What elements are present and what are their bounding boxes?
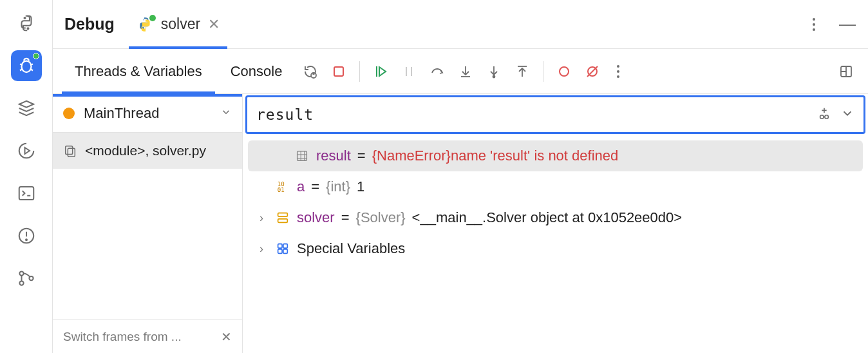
toolbar-more-icon[interactable] bbox=[612, 65, 625, 78]
rail-debug-icon[interactable] bbox=[11, 50, 42, 81]
variable-value: 1 bbox=[357, 178, 364, 195]
variable-name: solver bbox=[297, 209, 335, 226]
svg-rect-3 bbox=[19, 187, 33, 200]
svg-rect-23 bbox=[278, 219, 288, 223]
rail-layers-icon[interactable] bbox=[11, 93, 42, 124]
expand-toggle-icon[interactable]: › bbox=[254, 211, 269, 225]
variable-value: {NameError}name 'result' is not defined bbox=[372, 148, 619, 164]
variable-row[interactable]: ›Special Variables bbox=[248, 233, 863, 264]
main-panel: Debug solver ✕ — Threads & Variables Con… bbox=[53, 0, 868, 353]
svg-rect-15 bbox=[66, 146, 73, 155]
svg-point-12 bbox=[560, 67, 569, 76]
step-over-icon[interactable] bbox=[424, 59, 450, 84]
tab-threads-variables[interactable]: Threads & Variables bbox=[62, 49, 215, 93]
thread-name: MainThread bbox=[84, 105, 159, 122]
svg-rect-19 bbox=[297, 151, 307, 161]
svg-rect-27 bbox=[283, 249, 287, 253]
close-tab-icon[interactable]: ✕ bbox=[208, 16, 220, 33]
step-into-icon[interactable] bbox=[453, 59, 478, 84]
run-config-tab[interactable]: solver ✕ bbox=[133, 0, 223, 48]
quad-icon bbox=[275, 241, 290, 256]
rail-run-icon[interactable] bbox=[11, 135, 42, 166]
python-file-icon bbox=[137, 16, 153, 33]
frames-footer[interactable]: Switch frames from ... ✕ bbox=[53, 320, 242, 353]
step-out-icon[interactable] bbox=[509, 59, 535, 84]
add-watch-icon[interactable] bbox=[817, 106, 831, 124]
stack-frame-label: <module>, solver.py bbox=[85, 143, 206, 158]
variable-type: {Solver} bbox=[356, 209, 406, 226]
variable-name: result bbox=[316, 148, 351, 164]
chevron-down-icon bbox=[220, 105, 232, 122]
svg-point-1 bbox=[27, 28, 28, 29]
resume-icon[interactable] bbox=[368, 59, 393, 84]
frames-panel: MainThread <module>, solver.py Switch fr… bbox=[53, 94, 243, 353]
svg-point-5 bbox=[26, 239, 27, 240]
panel-options-icon[interactable] bbox=[807, 18, 820, 31]
rerun-icon[interactable] bbox=[297, 59, 323, 84]
evaluate-expression-input[interactable] bbox=[256, 106, 809, 123]
bits-icon: 1001 bbox=[275, 179, 290, 195]
svg-point-0 bbox=[24, 17, 25, 19]
svg-rect-22 bbox=[278, 213, 288, 217]
svg-point-18 bbox=[825, 115, 829, 119]
variable-value: <__main__.Solver object at 0x1052ee0d0> bbox=[412, 209, 683, 226]
variable-row[interactable]: ›solver = {Solver} <__main__.Solver obje… bbox=[248, 202, 863, 233]
variable-value: Special Variables bbox=[297, 240, 405, 257]
debug-toolbar: Threads & Variables Console bbox=[53, 49, 868, 94]
expand-history-icon[interactable] bbox=[840, 106, 854, 124]
svg-text:01: 01 bbox=[278, 186, 285, 193]
run-config-name: solver bbox=[161, 15, 200, 33]
svg-rect-24 bbox=[278, 244, 282, 248]
svg-point-17 bbox=[820, 115, 824, 119]
left-rail bbox=[0, 0, 53, 353]
svg-point-6 bbox=[19, 271, 23, 275]
svg-point-2 bbox=[21, 61, 31, 73]
variable-row[interactable]: 1001a = {int} 1 bbox=[248, 171, 863, 202]
svg-rect-10 bbox=[334, 67, 343, 76]
variable-row[interactable]: result = {NameError}name 'result' is not… bbox=[248, 140, 863, 171]
variables-panel: result = {NameError}name 'result' is not… bbox=[243, 94, 868, 353]
evaluate-expression-field[interactable] bbox=[245, 95, 865, 134]
svg-rect-16 bbox=[68, 148, 75, 157]
svg-rect-26 bbox=[278, 249, 282, 253]
variables-list: result = {NameError}name 'result' is not… bbox=[243, 138, 868, 353]
step-into-my-code-icon[interactable] bbox=[481, 59, 507, 84]
layout-settings-icon[interactable] bbox=[833, 59, 859, 84]
svg-point-11 bbox=[493, 75, 495, 77]
variable-type: {int} bbox=[326, 178, 350, 195]
rail-python-icon[interactable] bbox=[11, 8, 42, 39]
frames-footer-label: Switch frames from ... bbox=[63, 330, 182, 344]
expand-toggle-icon[interactable]: › bbox=[254, 242, 269, 256]
rail-vcs-icon[interactable] bbox=[11, 263, 42, 294]
tabbar: Debug solver ✕ — bbox=[53, 0, 868, 49]
svg-rect-25 bbox=[283, 244, 287, 248]
thread-selector[interactable]: MainThread bbox=[53, 94, 242, 133]
struct-icon bbox=[275, 210, 290, 225]
tab-console[interactable]: Console bbox=[218, 49, 296, 93]
grid-icon bbox=[294, 148, 310, 164]
stop-icon[interactable] bbox=[326, 59, 352, 84]
panel-title: Debug bbox=[64, 15, 115, 33]
svg-point-8 bbox=[29, 276, 33, 280]
view-breakpoints-icon[interactable] bbox=[551, 59, 577, 84]
rail-terminal-icon[interactable] bbox=[11, 178, 42, 209]
rail-problems-icon[interactable] bbox=[11, 220, 42, 251]
pause-icon[interactable] bbox=[396, 59, 422, 84]
debug-running-indicator bbox=[33, 53, 39, 59]
minimize-panel-icon[interactable]: — bbox=[838, 14, 856, 34]
variable-name: a bbox=[297, 178, 305, 195]
stack-frame-row[interactable]: <module>, solver.py bbox=[53, 133, 242, 169]
svg-point-7 bbox=[19, 281, 23, 285]
thread-status-dot bbox=[63, 108, 75, 119]
close-hint-icon[interactable]: ✕ bbox=[221, 329, 232, 345]
mute-breakpoints-icon[interactable] bbox=[580, 59, 605, 84]
